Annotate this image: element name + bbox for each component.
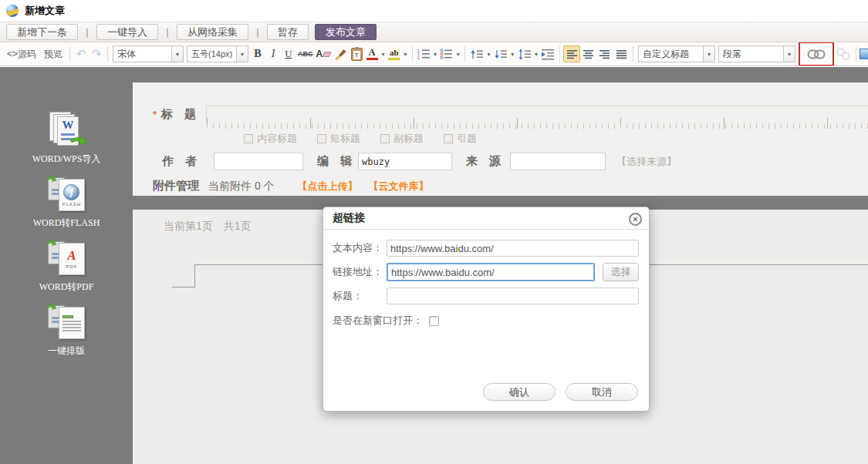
text-content-input[interactable] — [387, 240, 639, 257]
sidebar-item-label: WORD转PDF — [39, 281, 94, 294]
dialog-header[interactable]: 超链接 — [323, 207, 649, 230]
align-right-button[interactable] — [596, 45, 613, 62]
title-bar: 新增文章 — [0, 0, 868, 22]
highlight-caret-icon[interactable]: ▾ — [402, 51, 409, 58]
choose-button[interactable]: 选择 — [603, 263, 639, 281]
line-height-caret-icon[interactable]: ▾ — [533, 51, 540, 58]
short-title-checkbox[interactable]: 短标题 — [317, 132, 360, 146]
new-next-button[interactable]: 新增下一条 — [6, 24, 78, 40]
insert-link-button[interactable] — [806, 45, 827, 63]
one-key-layout-icon — [46, 304, 86, 341]
sidebar-item-word-to-pdf[interactable]: A PDF WORD转PDF — [39, 240, 94, 294]
underline-button[interactable]: U — [281, 45, 296, 63]
paragraph-select[interactable]: 段落 ▾ — [718, 45, 795, 62]
chevron-down-icon[interactable]: ▾ — [236, 46, 248, 62]
svg-text:3: 3 — [417, 55, 420, 59]
line-height-button[interactable] — [516, 45, 533, 63]
source-field[interactable] — [510, 153, 606, 170]
align-justify-button[interactable] — [613, 45, 630, 62]
font-size-select[interactable]: 五号(14px) ▾ — [187, 45, 248, 62]
chevron-down-icon[interactable]: ▾ — [703, 46, 714, 62]
lead-title-checkbox[interactable]: 引题 — [444, 132, 477, 146]
space-after-caret-icon[interactable]: ▾ — [509, 51, 516, 58]
source-code-button[interactable]: <>源码 — [3, 48, 40, 61]
chevron-down-icon[interactable]: ▾ — [171, 46, 183, 62]
align-left-button[interactable] — [563, 45, 579, 62]
toolbar-divider — [633, 46, 633, 62]
author-label: 作 者 — [162, 154, 197, 169]
web-collect-button[interactable]: 从网络采集 — [177, 24, 248, 40]
space-before-icon — [470, 49, 484, 60]
format-painter-button[interactable] — [332, 45, 349, 63]
sidebar-item-word-import[interactable]: W WORD/WPS导入 — [32, 112, 101, 166]
upload-link[interactable]: 【点击上传】 — [298, 180, 358, 193]
article-form: * 标 题 内容标题 短标题 副标题 引题 — [133, 82, 868, 196]
align-justify-icon — [616, 49, 627, 59]
unlink-icon — [834, 45, 852, 62]
one-key-import-button[interactable]: 一键导入 — [96, 24, 158, 40]
close-icon[interactable]: × — [629, 213, 642, 226]
bold-button[interactable]: B — [250, 45, 265, 63]
toolbar-divider — [412, 46, 413, 62]
editor-field[interactable] — [358, 153, 452, 170]
highlight-color-button[interactable]: ab — [387, 45, 402, 63]
word-to-flash-icon: f FLASH — [46, 176, 86, 213]
space-before-caret-icon[interactable]: ▾ — [485, 51, 492, 58]
word-to-pdf-icon: A PDF — [46, 240, 86, 277]
unordered-list-button[interactable] — [438, 45, 454, 63]
sidebar-item-label: WORD转FLASH — [33, 217, 100, 230]
undo-icon[interactable]: ↶ — [73, 45, 89, 63]
align-center-button[interactable] — [580, 45, 596, 62]
clipboard-icon: T — [351, 48, 363, 61]
font-color-caret-icon[interactable]: ▾ — [380, 51, 387, 58]
ordered-list-icon: 1 2 3 — [417, 49, 431, 59]
dialog-footer: 确认 取消 — [483, 383, 638, 401]
space-before-button[interactable] — [468, 45, 485, 63]
highlight-icon: ab — [390, 49, 399, 57]
strikethrough-button[interactable]: ABC — [296, 45, 315, 63]
font-family-select[interactable]: 宋体 ▾ — [113, 45, 184, 62]
sidebar-item-word-to-flash[interactable]: f FLASH WORD转FLASH — [33, 176, 100, 230]
space-after-button[interactable] — [492, 45, 509, 63]
source-label: 来 源 — [466, 154, 501, 169]
action-bar: 新增下一条 | 一键导入 | 从网络采集 | 暂存 发布文章 — [0, 22, 868, 42]
link-title-input[interactable] — [387, 287, 639, 304]
font-color-icon: A — [369, 48, 376, 57]
ordered-list-button[interactable]: 1 2 3 — [416, 45, 432, 63]
page-title: 新增文章 — [25, 4, 65, 18]
italic-button[interactable]: I — [265, 45, 281, 63]
redo-icon[interactable]: ↷ — [89, 45, 104, 63]
remove-format-icon: A — [316, 49, 323, 59]
chevron-down-icon[interactable]: ▾ — [783, 46, 795, 62]
custom-heading-select[interactable]: 自定义标题 ▾ — [638, 45, 715, 62]
cancel-button[interactable]: 取消 — [566, 383, 638, 401]
toolbar-divider — [856, 46, 856, 62]
paste-text-button[interactable]: T — [349, 45, 364, 63]
remove-format-button[interactable]: A — [315, 45, 333, 63]
content-title-checkbox[interactable]: 内容标题 — [244, 132, 297, 146]
link-url-input[interactable] — [387, 263, 595, 281]
unlink-button[interactable] — [834, 45, 853, 63]
choose-source-link[interactable]: 【选择来源】 — [616, 155, 677, 169]
font-color-button[interactable]: A — [364, 45, 380, 63]
sidebar-item-one-key-layout[interactable]: 一键排版 — [46, 304, 86, 358]
publish-article-button[interactable]: 发布文章 — [315, 24, 377, 40]
unordered-list-caret-icon[interactable]: ▾ — [454, 51, 461, 58]
save-draft-button[interactable]: 暂存 — [267, 24, 309, 40]
link-url-label: 链接地址： — [333, 265, 387, 279]
cloud-library-link[interactable]: 【云文件库】 — [369, 180, 429, 193]
preview-button[interactable]: 预览 — [40, 48, 66, 61]
action-separator: | — [84, 26, 90, 38]
hyperlink-dialog: 超链接 × 文本内容： 链接地址： 选择 标题： 是否在新窗口打开： 确认 — [323, 207, 650, 412]
convert-arrow-icon — [46, 240, 58, 248]
align-center-icon — [583, 49, 594, 59]
confirm-button[interactable]: 确认 — [483, 383, 556, 401]
link-icon — [807, 49, 826, 59]
indent-button[interactable] — [539, 45, 556, 63]
ordered-list-caret-icon[interactable]: ▾ — [432, 51, 439, 58]
insert-image-icon[interactable] — [860, 49, 868, 59]
title-input[interactable] — [206, 106, 868, 123]
author-field[interactable] — [214, 153, 303, 170]
subtitle-checkbox[interactable]: 副标题 — [380, 132, 424, 146]
new-window-checkbox[interactable] — [429, 316, 439, 326]
